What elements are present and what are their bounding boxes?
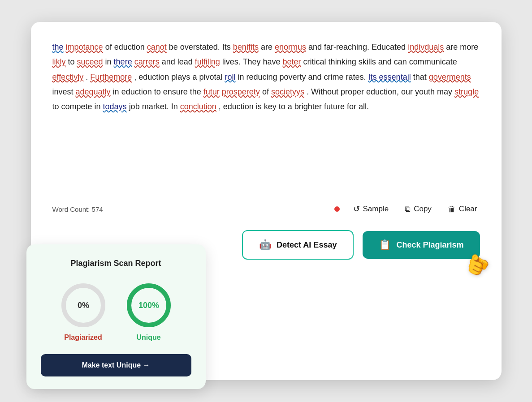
copy-label: Copy (414, 205, 432, 214)
word-conclution: conclution (180, 102, 216, 111)
toolbar-right: ↺ Sample ⧉ Copy 🗑 Clear (334, 202, 480, 216)
plagiarized-circle-svg: 0% (59, 281, 108, 330)
plagiarized-circle-container: 0% Plagiarized (59, 281, 108, 342)
unique-label: Unique (136, 334, 160, 342)
red-dot-indicator (334, 206, 340, 212)
unique-percent-text: 100% (138, 301, 159, 310)
detect-ai-button[interactable]: 🤖 Detect AI Essay (242, 230, 354, 260)
plagiarism-report-title: Plagiarism Scan Report (41, 259, 191, 268)
word-effectivly: effectivly (52, 73, 84, 81)
detect-ai-icon: 🤖 (259, 239, 271, 251)
word-furthemore: Furthemore (90, 73, 132, 81)
word-roll: roll (225, 73, 235, 81)
word-fulfillng: fulfillng (195, 57, 220, 66)
main-card: the impotance of eduction canot be overs… (31, 22, 502, 380)
word-carrers: carrers (134, 57, 160, 66)
unique-circle-container: 100% Unique (124, 281, 173, 342)
word-goverments: goverments (429, 73, 471, 81)
word-adequatly: adequatly (76, 87, 111, 96)
toolbar: Word Count: 574 ↺ Sample ⧉ Copy 🗑 Clear (52, 194, 480, 216)
word-benifits: benifits (233, 43, 259, 51)
text-editor[interactable]: the impotance of eduction canot be overs… (52, 40, 480, 183)
word-todays: todays (103, 102, 127, 111)
check-plagiarism-label: Check Plagiarism (396, 240, 463, 250)
trash-icon: 🗑 (448, 205, 456, 214)
phrase-its-essentail: Its essentail (368, 73, 411, 81)
word-impotance: impotance (66, 43, 103, 51)
copy-button[interactable]: ⧉ Copy (402, 203, 434, 216)
cursor-hand-icon: 🫵 (462, 249, 493, 279)
sample-icon: ↺ (353, 204, 360, 214)
check-plagiarism-button[interactable]: 📋 Check Plagiarism 🫵 (363, 231, 480, 259)
word-prosperety: prosperety (222, 87, 260, 96)
detect-ai-label: Detect AI Essay (277, 240, 337, 250)
word-suceed: suceed (77, 57, 103, 66)
clear-label: Clear (459, 205, 477, 214)
plagiarized-percent-text: 0% (77, 301, 89, 310)
plagiarism-report-card: Plagiarism Scan Report 0% Plagiarized 10… (26, 244, 206, 389)
word-there: there (114, 57, 132, 66)
word-beter: beter (283, 57, 301, 66)
word-likly: likly (52, 57, 66, 66)
plagiarized-label: Plagiarized (64, 334, 102, 342)
word-futur: futur (203, 87, 220, 96)
clear-button[interactable]: 🗑 Clear (445, 203, 480, 216)
word-the: the (52, 43, 64, 51)
word-count: Word Count: 574 (52, 205, 103, 213)
unique-circle-svg: 100% (124, 281, 173, 330)
word-strugle: strugle (454, 87, 479, 96)
word-indivduals: indivduals (408, 43, 444, 51)
make-unique-label: Make text Unique → (82, 361, 150, 369)
make-unique-button[interactable]: Make text Unique → (41, 354, 191, 376)
copy-icon: ⧉ (405, 205, 411, 214)
circles-row: 0% Plagiarized 100% Unique (41, 281, 191, 342)
check-plagiarism-icon: 📋 (379, 239, 391, 251)
word-societyys: societyys (271, 87, 304, 96)
sample-button[interactable]: ↺ Sample (350, 202, 392, 216)
word-canot: canot (147, 43, 167, 51)
sample-label: Sample (363, 205, 389, 214)
word-enormus: enormus (275, 43, 306, 51)
